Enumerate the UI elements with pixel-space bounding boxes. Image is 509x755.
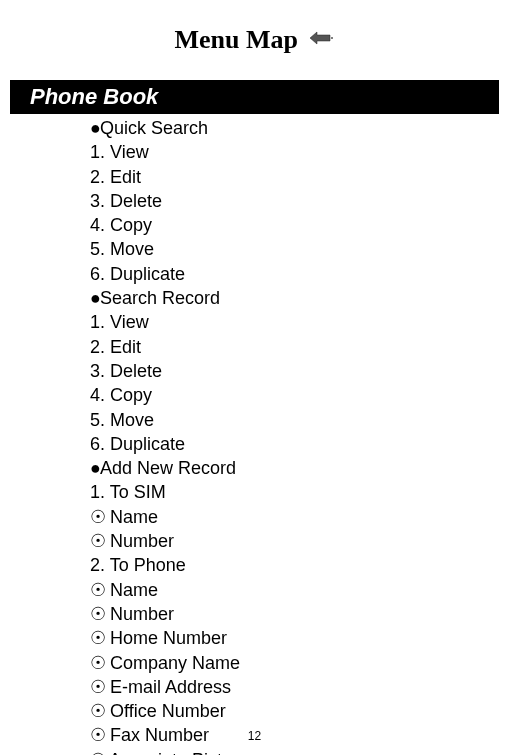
menu-item-label: 5. Move — [90, 410, 154, 430]
circle-dot-icon: ☉ — [90, 507, 105, 527]
menu-item-label: 1. To SIM — [90, 482, 166, 502]
menu-item-label: 3. Delete — [90, 361, 162, 381]
menu-item: 2. Edit — [90, 165, 499, 189]
circle-dot-icon: ☉ — [90, 750, 105, 755]
menu-item-label: Company Name — [110, 653, 240, 673]
back-arrow-icon — [310, 29, 334, 51]
menu-item-label: 4. Copy — [90, 215, 152, 235]
menu-item-label: 1. View — [90, 312, 149, 332]
menu-item-label: Number — [110, 531, 174, 551]
menu-item: 6. Duplicate — [90, 262, 499, 286]
page-number: 12 — [0, 729, 509, 743]
menu-item: 6. Duplicate — [90, 432, 499, 456]
circle-dot-icon: ☉ — [90, 531, 105, 551]
menu-item-label: Number — [110, 604, 174, 624]
menu-item: 3. Delete — [90, 359, 499, 383]
menu-item-label: Name — [110, 507, 158, 527]
menu-item-label: 2. To Phone — [90, 555, 186, 575]
page-title: Menu Map — [175, 25, 299, 55]
filled-bullet-icon: ● — [90, 118, 100, 138]
circle-dot-icon: ☉ — [90, 604, 105, 624]
menu-item: 5. Move — [90, 408, 499, 432]
menu-item: 2. To Phone — [90, 553, 499, 577]
menu-item-label: 1. View — [90, 142, 149, 162]
menu-item-label: 4. Copy — [90, 385, 152, 405]
menu-item-label: Search Record — [100, 288, 220, 308]
menu-item: 3. Delete — [90, 189, 499, 213]
menu-item-label: Name — [110, 580, 158, 600]
menu-item-label: Home Number — [110, 628, 227, 648]
menu-item: ☉ Number — [90, 529, 499, 553]
menu-item-label: 5. Move — [90, 239, 154, 259]
menu-item-label: E-mail Address — [110, 677, 231, 697]
menu-item: 5. Move — [90, 237, 499, 261]
menu-item: ●Add New Record — [90, 456, 499, 480]
menu-item: 4. Copy — [90, 383, 499, 407]
circle-dot-icon: ☉ — [90, 653, 105, 673]
menu-item-label: Quick Search — [100, 118, 208, 138]
menu-item-label: 3. Delete — [90, 191, 162, 211]
title-row: Menu Map — [10, 25, 499, 55]
menu-item-label: 6. Duplicate — [90, 264, 185, 284]
menu-item-label: 6. Duplicate — [90, 434, 185, 454]
circle-dot-icon: ☉ — [90, 628, 105, 648]
menu-item-label: Office Number — [110, 701, 226, 721]
menu-item: ●Search Record — [90, 286, 499, 310]
menu-item: ☉ Company Name — [90, 651, 499, 675]
menu-item-label: Add New Record — [100, 458, 236, 478]
svg-point-0 — [331, 37, 333, 39]
menu-item: ☉ Number — [90, 602, 499, 626]
menu-item: ●Quick Search — [90, 116, 499, 140]
filled-bullet-icon: ● — [90, 288, 100, 308]
menu-item: 4. Copy — [90, 213, 499, 237]
menu-item-label: Associate Pictur. — [109, 750, 242, 755]
section-header-phonebook: Phone Book — [10, 80, 499, 114]
menu-item: 1. View — [90, 310, 499, 334]
menu-item: ☉ Name — [90, 505, 499, 529]
menu-item: ☉ Home Number — [90, 626, 499, 650]
menu-item: ☉ Associate Pictur. — [90, 748, 499, 755]
menu-item: 1. View — [90, 140, 499, 164]
menu-item: ☉ Name — [90, 578, 499, 602]
filled-bullet-icon: ● — [90, 458, 100, 478]
circle-dot-icon: ☉ — [90, 677, 105, 697]
menu-item-label: 2. Edit — [90, 167, 141, 187]
menu-item: 2. Edit — [90, 335, 499, 359]
menu-list: ●Quick Search1. View2. Edit3. Delete4. C… — [10, 116, 499, 755]
menu-item: ☉ Office Number — [90, 699, 499, 723]
menu-item-label: 2. Edit — [90, 337, 141, 357]
menu-item: ☉ E-mail Address — [90, 675, 499, 699]
menu-item: 1. To SIM — [90, 480, 499, 504]
circle-dot-icon: ☉ — [90, 701, 105, 721]
circle-dot-icon: ☉ — [90, 580, 105, 600]
